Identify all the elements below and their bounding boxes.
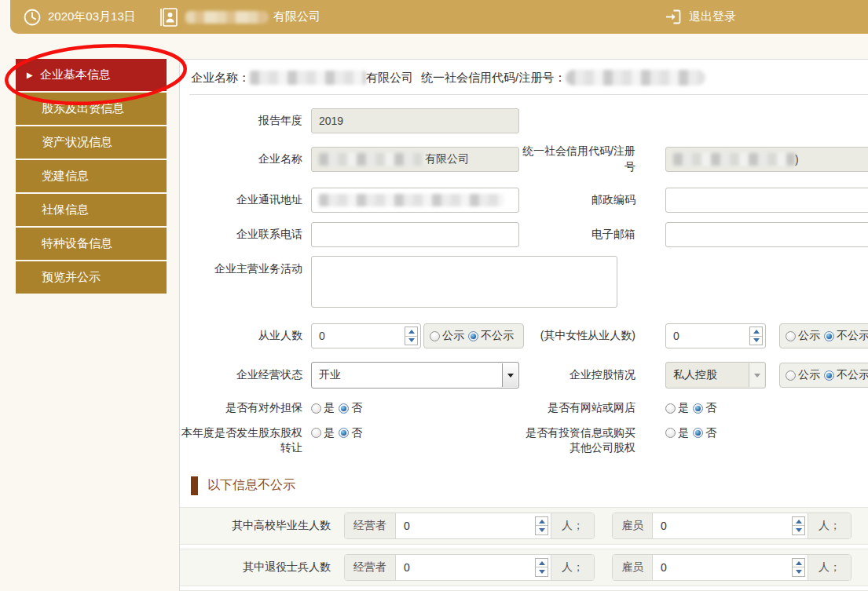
nonpublic-option-label[interactable]: 不公示 bbox=[481, 329, 514, 343]
company-name-redacted bbox=[250, 71, 366, 85]
sidebar-item-social-security[interactable]: 社保信息 bbox=[16, 194, 167, 226]
sidebar-item-label[interactable]: 企业基本信息 bbox=[40, 67, 111, 82]
holding-publicity-group: 公示 不公示 bbox=[779, 363, 868, 388]
section-marker-bar bbox=[191, 476, 198, 495]
unit-label: 人； bbox=[551, 555, 594, 580]
yes-option-label[interactable]: 是 bbox=[324, 426, 335, 440]
postcode-label: 邮政编码 bbox=[519, 192, 640, 208]
address-input[interactable] bbox=[311, 188, 519, 213]
company-badge-icon bbox=[159, 6, 180, 28]
spinner[interactable] bbox=[792, 516, 805, 535]
form-row-address: 企业通讯地址 邮政编码 bbox=[180, 188, 868, 213]
employees-spinner[interactable] bbox=[405, 327, 418, 345]
sidebar-item-label[interactable]: 股东及出资信息 bbox=[42, 101, 124, 116]
transfer-yes-radio[interactable] bbox=[311, 428, 321, 438]
guarantee-no-radio[interactable] bbox=[339, 403, 349, 414]
operating-status-value: 开业 bbox=[319, 368, 341, 382]
sidebar-item-label[interactable]: 特种设备信息 bbox=[42, 236, 112, 251]
public-option-label[interactable]: 公示 bbox=[798, 329, 820, 343]
spinner[interactable] bbox=[535, 558, 548, 577]
no-option-label[interactable]: 否 bbox=[705, 401, 716, 415]
employees-nonpublic-radio[interactable] bbox=[468, 331, 478, 341]
address-redacted bbox=[319, 194, 504, 206]
header-divider bbox=[189, 94, 868, 95]
veterans-operator-value: 0 bbox=[404, 561, 410, 574]
logout-label[interactable]: 退出登录 bbox=[689, 9, 736, 24]
public-option-label[interactable]: 公示 bbox=[442, 329, 464, 343]
main-panel: 企业名称： 有限公司 统一社会信用代码/注册号： 报告年度 2019 企业名称 … bbox=[179, 59, 868, 591]
no-option-label[interactable]: 否 bbox=[351, 426, 362, 440]
sidebar-item-assets[interactable]: 资产状况信息 bbox=[16, 126, 167, 159]
graduates-employee-input[interactable]: 0 bbox=[653, 513, 808, 538]
logout-icon[interactable] bbox=[664, 7, 683, 27]
dropdown-arrow-icon bbox=[749, 363, 764, 387]
sidebar-item-label[interactable]: 预览并公示 bbox=[42, 270, 101, 285]
active-arrow-icon: ▶ bbox=[27, 71, 33, 79]
employee-tag: 雇员 bbox=[613, 555, 653, 580]
phone-input[interactable] bbox=[311, 222, 519, 247]
public-option-label[interactable]: 公示 bbox=[798, 368, 820, 382]
sidebar-item-party-building[interactable]: 党建信息 bbox=[16, 160, 167, 192]
logout-button[interactable]: 退出登录 bbox=[664, 0, 736, 34]
form-row-employees: 从业人数 0 公示 不公示 (其中女性从业人数) 0 bbox=[180, 323, 868, 348]
sidebar-item-shareholders[interactable]: 股东及出资信息 bbox=[16, 93, 167, 125]
female-employees-spinner[interactable] bbox=[749, 327, 763, 345]
form-row-company-name: 企业名称 有限公司 统一社会信用代码/注册号 ) bbox=[180, 144, 868, 174]
form-row-business-activity: 企业主营业务活动 bbox=[180, 256, 868, 310]
credit-code-suffix: ) bbox=[795, 153, 799, 166]
employees-input[interactable]: 0 bbox=[311, 323, 421, 348]
sidebar-item-label[interactable]: 党建信息 bbox=[42, 169, 89, 184]
sidebar-item-label[interactable]: 资产状况信息 bbox=[42, 135, 112, 150]
sidebar-nav: ▶ 企业基本信息 股东及出资信息 资产状况信息 党建信息 社保信息 特种设备信息… bbox=[16, 59, 167, 295]
company-name-input[interactable]: 有限公司 bbox=[311, 147, 519, 172]
company-name-redacted bbox=[185, 11, 268, 24]
veterans-operator-input[interactable]: 0 bbox=[396, 555, 551, 580]
nonpublic-section-header: 以下信息不公示 bbox=[191, 476, 868, 495]
no-option-label[interactable]: 否 bbox=[351, 401, 362, 415]
employees-public-radio[interactable] bbox=[430, 331, 440, 341]
spinner[interactable] bbox=[792, 558, 805, 577]
veterans-employee-input[interactable]: 0 bbox=[653, 555, 808, 580]
website-no-radio[interactable] bbox=[693, 403, 703, 414]
female-nonpublic-radio[interactable] bbox=[824, 331, 834, 341]
investment-yes-radio[interactable] bbox=[665, 428, 676, 438]
female-employees-input[interactable]: 0 bbox=[665, 323, 766, 348]
operating-status-select[interactable]: 开业 bbox=[311, 362, 519, 389]
website-yes-radio[interactable] bbox=[665, 403, 676, 414]
credit-code-input[interactable]: ) bbox=[665, 147, 868, 172]
yes-option-label[interactable]: 是 bbox=[678, 426, 689, 440]
female-public-radio[interactable] bbox=[786, 331, 796, 341]
guarantee-yes-radio[interactable] bbox=[311, 403, 321, 414]
nonpublic-option-label[interactable]: 不公示 bbox=[837, 368, 868, 382]
business-activity-textarea[interactable] bbox=[311, 256, 617, 308]
transfer-no-radio[interactable] bbox=[339, 428, 349, 438]
holding-status-select[interactable]: 私人控股 bbox=[665, 362, 766, 389]
sidebar-item-preview-publish[interactable]: 预览并公示 bbox=[16, 261, 167, 294]
sidebar-item-basic-info[interactable]: ▶ 企业基本信息 bbox=[16, 59, 167, 91]
spinner[interactable] bbox=[535, 516, 548, 535]
postcode-input[interactable] bbox=[665, 188, 868, 213]
email-input[interactable] bbox=[665, 222, 868, 247]
form-row-phone: 企业联系电话 电子邮箱 bbox=[180, 222, 868, 247]
yes-option-label[interactable]: 是 bbox=[324, 401, 335, 415]
graduates-operator-input[interactable]: 0 bbox=[396, 513, 551, 538]
equity-transfer-label: 本年度是否发生股东股权转让 bbox=[180, 425, 307, 456]
nonpublic-option-label[interactable]: 不公示 bbox=[837, 329, 868, 343]
dropdown-arrow-icon[interactable] bbox=[502, 363, 518, 387]
report-year-input[interactable]: 2019 bbox=[311, 108, 519, 133]
credit-code-label: 统一社会信用代码/注册号 bbox=[519, 144, 640, 174]
holding-public-radio[interactable] bbox=[786, 370, 796, 381]
female-publicity-group: 公示 不公示 bbox=[779, 323, 868, 348]
website-label: 是否有网站或网店 bbox=[519, 400, 640, 416]
no-option-label[interactable]: 否 bbox=[705, 426, 716, 440]
unit-label: 人； bbox=[808, 555, 851, 580]
holding-nonpublic-radio[interactable] bbox=[824, 370, 834, 381]
sidebar-item-label[interactable]: 社保信息 bbox=[42, 202, 89, 217]
investment-no-radio[interactable] bbox=[693, 428, 703, 438]
yes-option-label[interactable]: 是 bbox=[678, 401, 689, 415]
email-label: 电子邮箱 bbox=[519, 227, 640, 243]
credit-code-redacted bbox=[673, 153, 795, 166]
employee-tag: 雇员 bbox=[613, 513, 653, 538]
sidebar-item-special-equipment[interactable]: 特种设备信息 bbox=[16, 228, 167, 260]
date-display: 2020年03月13日 bbox=[22, 0, 136, 34]
